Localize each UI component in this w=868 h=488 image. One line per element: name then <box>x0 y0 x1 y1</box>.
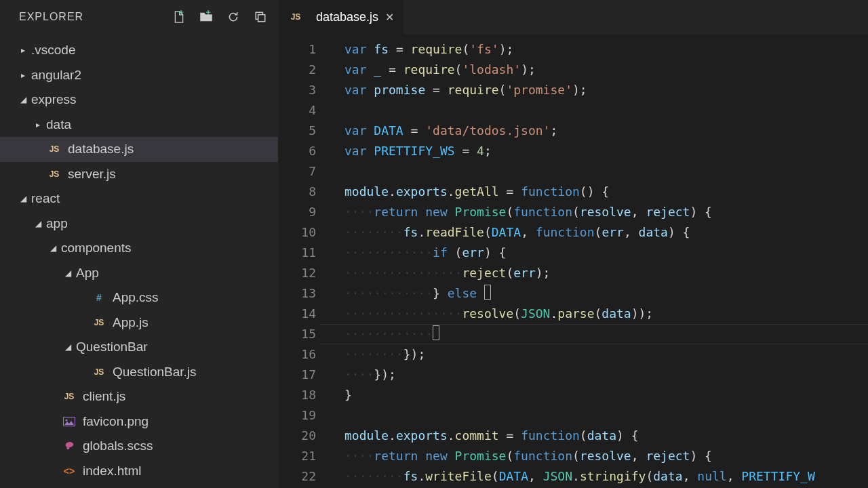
file-tree[interactable]: ▸.vscode▸angular2◢express▸dataJSdatabase… <box>0 34 278 488</box>
line-number: 22 <box>278 466 316 487</box>
line-number: 11 <box>278 243 316 263</box>
line-number: 13 <box>278 283 316 304</box>
line-number: 1 <box>278 39 316 60</box>
tree-label: .vscode <box>31 43 75 58</box>
code-line[interactable]: ····return new Promise(function(resolve,… <box>344 446 868 466</box>
line-gutter: 12345678910111213141516171819202122 <box>278 34 332 488</box>
file-index-html[interactable]: <>index.html <box>0 459 278 484</box>
editor-pane: JS database.js ✕ 12345678910111213141516… <box>278 0 868 488</box>
tree-label: index.html <box>83 464 142 479</box>
bracket-match-box <box>433 325 439 340</box>
folder-express[interactable]: ◢express <box>0 87 278 113</box>
twisty-icon: ◢ <box>34 219 42 228</box>
file-client-js[interactable]: JSclient.js <box>0 384 278 409</box>
twisty-icon: ▸ <box>19 45 27 55</box>
line-number: 14 <box>278 304 316 324</box>
code-line[interactable]: var PRETTIFY_WS = 4; <box>344 141 868 161</box>
code-line[interactable]: ················reject(err); <box>344 263 868 283</box>
tree-label: react <box>31 191 60 206</box>
twisty-icon: ◢ <box>64 342 72 352</box>
twisty-icon: ◢ <box>19 194 27 203</box>
tab-database-js[interactable]: JS database.js ✕ <box>278 0 404 34</box>
explorer-title: EXPLORER <box>19 11 83 23</box>
code-line[interactable]: ················resolve(JSON.parse(data)… <box>344 304 868 324</box>
folder-angular2[interactable]: ▸angular2 <box>0 63 278 88</box>
tree-label: app <box>46 216 68 231</box>
js-icon: JS <box>288 12 304 22</box>
folder-react[interactable]: ◢react <box>0 186 278 211</box>
line-number: 8 <box>278 182 316 202</box>
line-number: 21 <box>278 446 316 466</box>
tree-label: data <box>46 117 71 132</box>
twisty-icon: ▸ <box>34 120 42 129</box>
file-database-js[interactable]: JSdatabase.js <box>0 137 278 162</box>
twisty-icon: ◢ <box>49 243 57 253</box>
tree-label: server.js <box>68 167 116 182</box>
folder-components[interactable]: ◢components <box>0 236 278 261</box>
code-line[interactable]: ············ <box>344 324 868 344</box>
collapse-all-icon[interactable] <box>254 10 267 24</box>
line-number: 3 <box>278 80 316 100</box>
line-number: 16 <box>278 344 316 365</box>
code-content[interactable]: var fs = require('fs');var _ = require('… <box>332 34 868 488</box>
tree-label: database.js <box>68 142 134 157</box>
line-number: 6 <box>278 141 316 161</box>
line-number: 15 <box>278 324 316 344</box>
code-line[interactable]: ············if (err) { <box>344 243 868 263</box>
code-line[interactable]: ········}); <box>344 344 868 365</box>
code-line[interactable]: ····return new Promise(function(resolve,… <box>344 202 868 222</box>
svg-rect-1 <box>258 15 265 22</box>
close-icon[interactable]: ✕ <box>385 11 394 24</box>
line-number: 9 <box>278 202 316 222</box>
code-line[interactable]: ············} else <box>344 283 868 304</box>
tree-label: components <box>61 241 132 256</box>
code-line[interactable]: module.exports.commit = function(data) { <box>344 426 868 446</box>
tree-label: App <box>76 266 99 281</box>
line-number: 18 <box>278 385 316 405</box>
code-area[interactable]: 12345678910111213141516171819202122 var … <box>278 34 868 488</box>
code-line[interactable]: ········fs.writeFile(DATA, JSON.stringif… <box>344 466 868 487</box>
file-questionbar-js[interactable]: JSQuestionBar.js <box>0 360 278 385</box>
tree-label: express <box>31 92 77 107</box>
new-folder-icon[interactable] <box>199 10 213 24</box>
line-number: 10 <box>278 222 316 243</box>
code-line[interactable] <box>344 100 868 121</box>
line-number: 17 <box>278 365 316 385</box>
folder-app[interactable]: ◢app <box>0 211 278 237</box>
line-number: 20 <box>278 426 316 446</box>
code-line[interactable]: ····}); <box>344 365 868 385</box>
explorer-sidebar: EXPLORER ▸.vscode▸angular2◢express▸dataJ… <box>0 0 278 488</box>
code-line[interactable]: var _ = require('lodash'); <box>344 60 868 80</box>
file-app-js[interactable]: JSApp.js <box>0 310 278 336</box>
tree-label: QuestionBar.js <box>113 365 197 380</box>
code-line[interactable]: var DATA = 'data/todos.json'; <box>344 121 868 141</box>
file-favicon-png[interactable]: favicon.png <box>0 409 278 434</box>
folder-questionbar[interactable]: ◢QuestionBar <box>0 335 278 360</box>
twisty-icon: ▸ <box>19 70 27 80</box>
tree-label: QuestionBar <box>76 340 148 354</box>
code-line[interactable]: var fs = require('fs'); <box>344 39 868 60</box>
svg-point-3 <box>66 419 68 421</box>
code-line[interactable]: } <box>344 385 868 405</box>
explorer-actions <box>172 10 267 24</box>
bracket-match-box <box>484 285 491 300</box>
line-number: 19 <box>278 405 316 426</box>
folder-data[interactable]: ▸data <box>0 113 278 138</box>
folder-app[interactable]: ◢App <box>0 261 278 286</box>
folder--vscode[interactable]: ▸.vscode <box>0 38 278 63</box>
code-line[interactable]: ········fs.readFile(DATA, function(err, … <box>344 222 868 243</box>
refresh-icon[interactable] <box>226 10 240 24</box>
code-line[interactable]: module.exports.getAll = function() { <box>344 182 868 202</box>
tab-bar: JS database.js ✕ <box>278 0 868 34</box>
new-file-icon[interactable] <box>172 10 186 24</box>
code-line[interactable] <box>344 161 868 182</box>
code-line[interactable]: var promise = require('promise'); <box>344 80 868 100</box>
code-line[interactable] <box>344 405 868 426</box>
line-number: 7 <box>278 161 316 182</box>
line-number: 5 <box>278 121 316 141</box>
file-app-css[interactable]: #App.css <box>0 285 278 310</box>
file-globals-scss[interactable]: globals.scss <box>0 434 278 459</box>
file-server-js[interactable]: JSserver.js <box>0 162 278 187</box>
tab-label: database.js <box>316 10 378 24</box>
tree-label: angular2 <box>31 68 81 83</box>
